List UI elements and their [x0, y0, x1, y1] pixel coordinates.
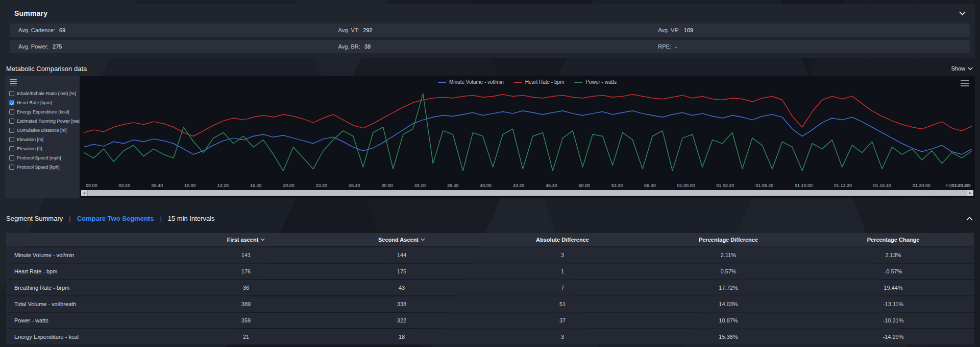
cell-percentage-difference: 10.87% — [644, 317, 813, 323]
chart-plot-area[interactable] — [80, 86, 975, 181]
cell-first-ascent: 359 — [169, 317, 323, 323]
cell-percentage-change: -10.31% — [813, 317, 974, 323]
scrollbar-thumb[interactable] — [87, 190, 967, 196]
cell-absolute-difference: 1 — [481, 268, 644, 274]
series-checkbox-item[interactable]: Inhale/Exhale Ratio (inst) [%] — [8, 89, 80, 98]
summary-stat: Avg. Cadence: 69 — [10, 27, 330, 33]
series-label: Estimated Running Power [watts] — [17, 119, 80, 124]
header-first-ascent[interactable]: First ascent — [169, 237, 323, 243]
cell-percentage-change: 19.44% — [813, 285, 974, 291]
x-axis-label: 30.00 — [381, 183, 393, 188]
stat-label: Avg. Cadence: — [18, 27, 55, 33]
series-label: Cumulative Distance [m] — [17, 128, 67, 133]
legend-label: Minute Volume - vol/min — [449, 79, 504, 85]
legend-label: Heart Rate - bpm — [525, 79, 565, 85]
metabolic-chart[interactable]: Minute Volume - vol/min Heart Rate - bpm… — [80, 76, 975, 198]
legend-item[interactable]: Minute Volume - vol/min — [438, 79, 504, 85]
summary-collapse-chevron-down-icon[interactable] — [959, 11, 966, 16]
x-axis-label: 00.00 — [86, 183, 97, 188]
series-checkbox-item[interactable]: Heart Rate [bpm] — [8, 98, 80, 107]
row-metric-label: Breathing Rate - brpm — [6, 285, 169, 291]
cell-first-ascent: 36 — [169, 285, 323, 291]
cell-absolute-difference: 3 — [481, 252, 644, 258]
tab-15-min-intervals[interactable]: 15 min Intervals — [168, 215, 215, 222]
tab-segment-summary[interactable]: Segment Summary — [6, 215, 63, 222]
scrollbar-right-arrow-icon[interactable]: ► — [967, 190, 973, 196]
checkbox-icon[interactable] — [9, 91, 14, 96]
series-checkbox-item[interactable]: Cumulative Distance [m] — [8, 126, 80, 135]
table-row: Heart Rate - bpm 176 175 1 0.57% -0.57% — [6, 264, 974, 279]
cell-first-ascent: 389 — [169, 301, 323, 307]
x-axis-label: 16.40 — [250, 183, 262, 188]
checkbox-icon[interactable] — [9, 100, 14, 105]
segment-tabs: Segment Summary | Compare Two Segments |… — [6, 210, 973, 227]
x-axis-label: 01.10.00 — [795, 183, 813, 188]
show-toggle[interactable]: Show — [951, 65, 973, 72]
series-checkbox-item[interactable]: Energy Expenditure [kcal] — [8, 107, 80, 117]
series-checkbox-item[interactable]: Elevation [ft] — [8, 144, 80, 153]
row-metric-label: Tidal Volume - vol/breath — [6, 301, 169, 307]
legend-item[interactable]: Heart Rate - bpm — [514, 79, 565, 85]
metabolic-section: Metabolic Comparison data Show Inhale/Ex… — [0, 63, 980, 198]
x-axis-label: 01.13.20 — [834, 183, 852, 188]
summary-stat: RPE: - — [650, 43, 970, 50]
stat-value: 109 — [684, 27, 693, 33]
segment-collapse-chevron-up-icon[interactable] — [966, 216, 973, 221]
cell-first-ascent: 21 — [169, 334, 323, 340]
cell-first-ascent: 141 — [169, 252, 323, 258]
chart-scrollbar[interactable]: ◄ ► — [81, 190, 973, 196]
checkbox-icon[interactable] — [9, 119, 14, 124]
show-toggle-label: Show — [951, 65, 965, 72]
cell-absolute-difference: 3 — [481, 334, 644, 340]
checkbox-icon[interactable] — [9, 109, 14, 114]
cell-percentage-difference: 17.72% — [644, 285, 813, 291]
x-axis-label: 33.20 — [414, 183, 426, 188]
legend-swatch — [574, 82, 582, 83]
metabolic-section-title: Metabolic Comparison data — [6, 65, 87, 73]
legend-label: Power - watts — [585, 79, 617, 85]
chart-context-menu-icon[interactable] — [961, 80, 969, 86]
checkbox-icon[interactable] — [9, 137, 14, 142]
header-absolute-difference: Absolute Difference — [481, 237, 644, 243]
legend-item[interactable]: Power - watts — [574, 79, 617, 85]
table-row: Power - watts 359 322 37 10.87% -10.31% — [6, 313, 974, 328]
x-axis-label: 23.20 — [316, 183, 328, 188]
chart-wrap: Inhale/Exhale Ratio (inst) [%] Heart Rat… — [5, 76, 975, 198]
series-label: Protocol Speed [kph] — [17, 165, 60, 170]
sort-chevron-down-icon[interactable] — [421, 238, 425, 241]
scrollbar-left-arrow-icon[interactable]: ◄ — [81, 190, 87, 196]
header-second-ascent[interactable]: Second Ascent — [323, 237, 481, 243]
table-row: Tidal Volume - vol/breath 389 338 51 14.… — [6, 296, 974, 312]
stat-value: 38 — [364, 43, 371, 50]
stat-label: Avg. VT: — [338, 27, 359, 33]
cell-second-ascent: 175 — [323, 268, 481, 274]
series-sidebar: Inhale/Exhale Ratio (inst) [%] Heart Rat… — [5, 76, 80, 198]
highcharts-credit-link[interactable]: Highcharts.com — [946, 183, 971, 187]
summary-stat-row-2: Avg. Power: 275 Avg. BR: 38 RPE: - — [10, 40, 970, 53]
sort-chevron-down-icon[interactable] — [260, 238, 265, 241]
checkbox-icon[interactable] — [9, 155, 14, 160]
sidebar-menu-icon[interactable] — [10, 79, 17, 85]
chart-legend: Minute Volume - vol/min Heart Rate - bpm… — [80, 76, 975, 86]
checkbox-icon[interactable] — [9, 165, 14, 170]
checkbox-icon[interactable] — [9, 128, 14, 133]
summary-stat: Avg. VE: 109 — [650, 27, 970, 33]
checkbox-icon[interactable] — [9, 146, 14, 151]
x-axis-label: 03.20 — [118, 183, 130, 188]
cell-first-ascent: 176 — [169, 268, 323, 274]
summary-header: Summary — [10, 7, 970, 20]
x-axis-label: 53.20 — [611, 183, 623, 188]
metabolic-section-header: Metabolic Comparison data Show — [6, 63, 973, 74]
series-checkbox-item[interactable]: Elevation [m] — [8, 135, 80, 144]
x-axis-label: 10.00 — [184, 183, 196, 188]
tab-compare-two-segments[interactable]: Compare Two Segments — [77, 215, 154, 222]
cell-percentage-difference: 2.11% — [644, 252, 813, 258]
series-checkbox-item[interactable]: Protocol Speed [mph] — [8, 153, 80, 163]
cell-percentage-change: -13.11% — [813, 301, 974, 307]
cell-percentage-difference: 15.38% — [644, 334, 813, 340]
cell-percentage-change: 2.13% — [813, 252, 974, 258]
cell-absolute-difference: 51 — [481, 301, 644, 307]
series-checkbox-item[interactable]: Estimated Running Power [watts] — [8, 117, 80, 126]
series-checkbox-item[interactable]: Protocol Speed [kph] — [8, 163, 80, 172]
legend-swatch — [514, 82, 522, 83]
